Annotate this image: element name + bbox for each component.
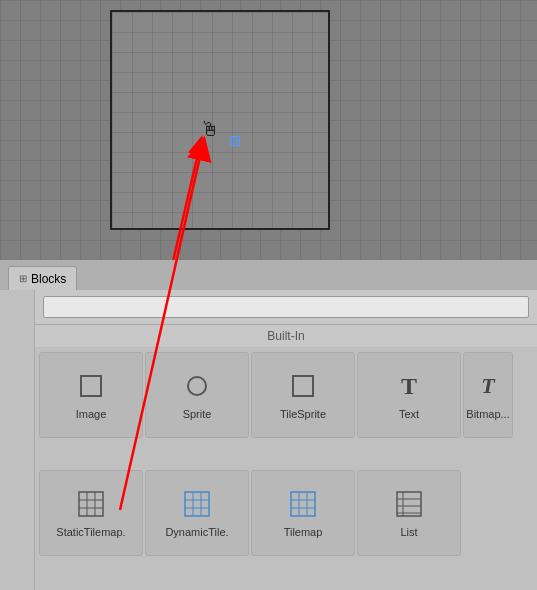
tilesprite-icon [287, 370, 319, 402]
block-dynamictilemap[interactable]: DynamicTile. [145, 470, 249, 556]
image-label: Image [76, 408, 107, 420]
block-image[interactable]: Image [39, 352, 143, 438]
block-tilesprite[interactable]: TileSprite [251, 352, 355, 438]
svg-rect-15 [291, 492, 315, 516]
search-input[interactable] [43, 296, 529, 318]
dynamictilemap-label: DynamicTile. [165, 526, 228, 538]
block-text[interactable]: T Text [357, 352, 461, 438]
sprite-icon [181, 370, 213, 402]
blocks-tab-icon: ⊞ [19, 273, 27, 284]
canvas-area: 🖱 [0, 0, 537, 260]
block-tilemap[interactable]: Tilemap [251, 470, 355, 556]
svg-rect-10 [185, 492, 209, 516]
left-sidebar [0, 290, 35, 590]
text-label: Text [399, 408, 419, 420]
grid-node [230, 136, 240, 146]
panel-body: Built-In Image [0, 290, 537, 590]
blocks-grid: Image Sprite [35, 348, 537, 590]
statictilemap-icon [75, 488, 107, 520]
tilemap-label: Tilemap [284, 526, 323, 538]
statictilemap-label: StaticTilemap. [56, 526, 125, 538]
blocks-tab[interactable]: ⊞ Blocks [8, 266, 77, 290]
sprite-label: Sprite [183, 408, 212, 420]
tab-bar: ⊞ Blocks [0, 260, 537, 290]
text-icon: T [393, 370, 425, 402]
section-header: Built-In [35, 325, 537, 348]
svg-rect-20 [397, 492, 421, 516]
bottom-panel: ⊞ Blocks Built-In [0, 260, 537, 590]
block-sprite[interactable]: Sprite [145, 352, 249, 438]
section-label: Built-In [267, 329, 304, 343]
tilesprite-label: TileSprite [280, 408, 326, 420]
canvas-viewport [110, 10, 330, 230]
block-list[interactable]: List [357, 470, 461, 556]
search-bar [35, 290, 537, 325]
tilemap-icon [287, 488, 319, 520]
main-content: Built-In Image [35, 290, 537, 590]
list-label: List [400, 526, 417, 538]
svg-rect-4 [293, 376, 313, 396]
block-bitmap[interactable]: T Bitmap... [463, 352, 513, 438]
image-icon [75, 370, 107, 402]
blocks-tab-label: Blocks [31, 272, 66, 286]
block-statictilemap[interactable]: StaticTilemap. [39, 470, 143, 556]
bitmap-label: Bitmap... [466, 408, 509, 420]
svg-point-3 [188, 377, 206, 395]
bitmap-icon: T [472, 370, 504, 402]
svg-rect-5 [79, 492, 103, 516]
list-icon [393, 488, 425, 520]
svg-rect-2 [81, 376, 101, 396]
dynamictilemap-icon [181, 488, 213, 520]
